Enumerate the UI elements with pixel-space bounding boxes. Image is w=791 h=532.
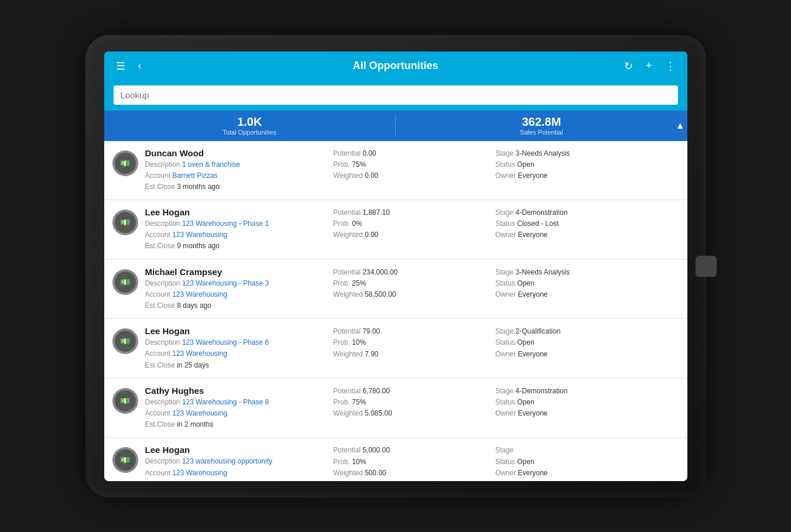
item-col-main-5: Lee Hogan Description 123 warehousing op… — [145, 445, 329, 480]
avatar-3: 💵 — [112, 328, 138, 354]
item-col-main-1: Lee Hogan Description 123 Warehousing - … — [145, 207, 329, 252]
item-owner-name-2: Michael Crampsey — [145, 267, 329, 277]
item-item-owner-4: Owner Everyone — [495, 408, 679, 419]
opportunity-row-2[interactable]: 💵 Michael Crampsey Description 123 Wareh… — [104, 260, 687, 320]
item-estclose-1: Est.Close 9 months ago — [145, 241, 329, 252]
total-count-value: 1.0K — [237, 115, 262, 129]
menu-button[interactable]: ☰ — [114, 57, 128, 75]
top-bar-left: ☰ ‹ — [114, 57, 144, 75]
avatar-icon-3: 💵 — [115, 331, 136, 352]
item-owner-name-1: Lee Hogan — [145, 207, 329, 217]
search-bar: Lookup — [104, 81, 687, 111]
item-weighted-3: Weighted 7.90 — [333, 349, 491, 360]
avatar-icon-5: 💵 — [115, 449, 136, 471]
item-col-mid-2: Potential 234,000.00 Prob. 25% Weighted … — [333, 267, 491, 312]
item-owner-name-0: Duncan Wood — [145, 148, 329, 158]
opportunity-row-0[interactable]: 💵 Duncan Wood Description 1 oven & franc… — [104, 141, 687, 201]
item-col-mid-4: Potential 6,780.00 Prob. 75% Weighted 5,… — [333, 386, 491, 431]
item-description-3: Description 123 Warehousing - Phase 6 — [145, 337, 329, 348]
item-weighted-5: Weighted 500.00 — [333, 468, 491, 479]
item-item-owner-1: Owner Everyone — [495, 229, 679, 241]
item-col-mid-3: Potential 79.00 Prob. 10% Weighted 7.90 — [333, 326, 491, 371]
avatar-2: 💵 — [112, 269, 138, 295]
item-prob-1: Prob. 0% — [333, 218, 491, 229]
back-button[interactable]: ‹ — [136, 57, 144, 74]
summary-bar: 1.0K Total Opportunities 362.8M Sales Po… — [104, 111, 687, 141]
item-account-1: Account 123 Warehousing — [145, 229, 329, 241]
item-potential-4: Potential 6,780.00 — [333, 386, 491, 397]
item-content-2: Michael Crampsey Description 123 Warehou… — [145, 267, 679, 312]
item-account-3: Account 123 Warehousing — [145, 348, 329, 359]
opportunities-list: 💵 Duncan Wood Description 1 oven & franc… — [104, 141, 687, 481]
search-input[interactable]: Lookup — [114, 85, 678, 105]
item-item-owner-3: Owner Everyone — [495, 349, 679, 360]
item-status-1: Status Closed - Lost — [495, 218, 679, 229]
opportunity-row-1[interactable]: 💵 Lee Hogan Description 123 Warehousing … — [104, 200, 687, 260]
item-account-0: Account Barnett Pizzas — [145, 170, 329, 181]
opportunity-row-5[interactable]: 💵 Lee Hogan Description 123 warehousing … — [104, 438, 687, 480]
item-potential-2: Potential 234,000.00 — [333, 267, 491, 278]
total-opportunities-summary: 1.0K Total Opportunities — [104, 115, 396, 136]
item-estclose-0: Est.Close 3 months ago — [145, 181, 329, 193]
avatar-0: 💵 — [112, 150, 138, 176]
item-content-0: Duncan Wood Description 1 oven & franchi… — [145, 148, 679, 193]
item-description-1: Description 123 Warehousing - Phase 1 — [145, 218, 329, 229]
avatar-icon-1: 💵 — [115, 212, 136, 233]
avatar-icon-0: 💵 — [115, 153, 136, 174]
item-content-5: Lee Hogan Description 123 warehousing op… — [145, 445, 679, 480]
more-button[interactable]: ⋮ — [663, 57, 678, 75]
item-prob-4: Prob. 75% — [333, 397, 491, 408]
item-content-4: Cathy Hughes Description 123 Warehousing… — [145, 386, 679, 431]
avatar-4: 💵 — [112, 388, 138, 414]
item-potential-0: Potential 0.00 — [333, 148, 491, 159]
item-stage-2: Stage 3-Needs Analysis — [495, 267, 679, 278]
item-col-mid-0: Potential 0.00 Prob. 75% Weighted 0.00 — [333, 148, 491, 193]
item-potential-5: Potential 5,000.00 — [333, 445, 491, 456]
scroll-up-button[interactable]: ▲ — [676, 121, 685, 131]
item-content-3: Lee Hogan Description 123 Warehousing - … — [145, 326, 679, 371]
item-estclose-3: Est.Close in 25 days — [145, 360, 329, 371]
item-status-4: Status Open — [495, 397, 679, 408]
item-col-main-2: Michael Crampsey Description 123 Warehou… — [145, 267, 329, 312]
item-prob-5: Prob. 10% — [333, 457, 491, 468]
item-account-5: Account 123 Warehousing — [145, 468, 329, 479]
item-potential-1: Potential 1,887.10 — [333, 207, 491, 218]
item-col-right-3: Stage 2-Qualification Status Open Owner … — [495, 326, 679, 371]
item-col-mid-1: Potential 1,887.10 Prob. 0% Weighted 0.0… — [333, 207, 491, 252]
page-title: All Opportunities — [353, 60, 439, 72]
item-stage-3: Stage 2-Qualification — [495, 326, 679, 337]
tablet-home-button[interactable] — [696, 256, 717, 277]
add-button[interactable]: + — [643, 57, 655, 74]
item-content-1: Lee Hogan Description 123 Warehousing - … — [145, 207, 679, 252]
opportunity-row-3[interactable]: 💵 Lee Hogan Description 123 Warehousing … — [104, 319, 687, 379]
item-prob-0: Prob. 75% — [333, 159, 491, 170]
sales-potential-summary: 362.8M Sales Potential — [396, 115, 687, 136]
sales-label: Sales Potential — [520, 129, 563, 136]
item-col-right-1: Stage 4-Demonstration Status Closed - Lo… — [495, 207, 679, 252]
item-col-right-2: Stage 3-Needs Analysis Status Open Owner… — [495, 267, 679, 312]
item-col-main-4: Cathy Hughes Description 123 Warehousing… — [145, 386, 329, 431]
top-bar: ☰ ‹ All Opportunities ↻ + ⋮ — [104, 52, 687, 81]
item-weighted-2: Weighted 58,500.00 — [333, 289, 491, 300]
item-weighted-0: Weighted 0.00 — [333, 170, 491, 181]
item-weighted-4: Weighted 5,085.00 — [333, 408, 491, 419]
item-weighted-1: Weighted 0.00 — [333, 229, 491, 241]
refresh-button[interactable]: ↻ — [622, 57, 635, 75]
item-col-mid-5: Potential 5,000.00 Prob. 10% Weighted 50… — [333, 445, 491, 480]
item-stage-1: Stage 4-Demonstration — [495, 207, 679, 218]
item-item-owner-2: Owner Everyone — [495, 289, 679, 300]
opportunity-row-4[interactable]: 💵 Cathy Hughes Description 123 Warehousi… — [104, 379, 687, 438]
item-owner-name-3: Lee Hogan — [145, 326, 329, 336]
item-status-5: Status Open — [495, 457, 679, 468]
item-item-owner-5: Owner Everyone — [495, 468, 679, 479]
item-owner-name-5: Lee Hogan — [145, 445, 329, 455]
item-col-right-4: Stage 4-Demonstration Status Open Owner … — [495, 386, 679, 431]
top-bar-right: ↻ + ⋮ — [622, 57, 678, 75]
item-prob-2: Prob. 25% — [333, 278, 491, 289]
avatar-icon-2: 💵 — [115, 272, 136, 293]
item-description-0: Description 1 oven & franchise — [145, 159, 329, 170]
avatar-5: 💵 — [112, 447, 138, 473]
item-description-4: Description 123 Warehousing - Phase 8 — [145, 397, 329, 408]
item-stage-4: Stage 4-Demonstration — [495, 386, 679, 397]
item-account-4: Account 123 Warehousing — [145, 408, 329, 419]
